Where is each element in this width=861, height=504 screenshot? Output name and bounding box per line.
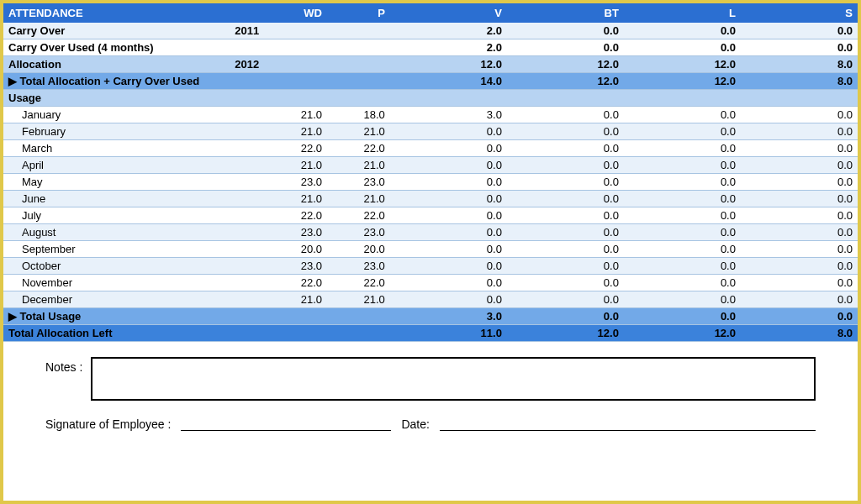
usage-header-label: Usage — [3, 90, 858, 107]
month-label: July — [3, 207, 201, 224]
cell: 12.0 — [624, 73, 741, 90]
header-bt: BT — [507, 3, 624, 23]
cell: 22.0 — [327, 275, 390, 291]
cell: 0.0 — [507, 241, 624, 258]
carry-over-row: Carry Over 2011 2.0 0.0 0.0 0.0 — [3, 23, 858, 39]
cell: 0.0 — [741, 241, 858, 258]
cell: 0.0 — [624, 241, 741, 258]
cell: 0.0 — [507, 123, 624, 140]
cell: 0.0 — [624, 275, 741, 291]
cell: 0.0 — [624, 207, 741, 224]
cell: 0.0 — [390, 191, 507, 207]
cell: 0.0 — [390, 140, 507, 157]
cell: 21.0 — [327, 191, 390, 207]
header-blank — [201, 3, 264, 23]
allocation-year: 2012 — [201, 56, 264, 73]
cell — [201, 107, 264, 123]
cell: 0.0 — [741, 174, 858, 191]
cell: 0.0 — [741, 140, 858, 157]
header-v: V — [390, 3, 507, 23]
month-label: December — [3, 291, 201, 308]
cell: 0.0 — [624, 224, 741, 241]
month-row: January21.018.03.00.00.00.0 — [3, 107, 858, 123]
signature-row: Signature of Employee : Date: — [45, 416, 816, 431]
cell: 0.0 — [507, 291, 624, 308]
signature-label: Signature of Employee : — [45, 417, 171, 431]
cell: 0.0 — [741, 39, 858, 56]
cell — [327, 56, 390, 73]
month-label: October — [3, 258, 201, 275]
cell: 12.0 — [507, 73, 624, 90]
cell: 0.0 — [507, 140, 624, 157]
month-row: March22.022.00.00.00.00.0 — [3, 140, 858, 157]
total-usage-row: ▶ Total Usage3.00.00.00.0 — [3, 308, 858, 325]
cell: 23.0 — [264, 258, 327, 275]
cell: 21.0 — [264, 157, 327, 174]
allocation-row: Allocation 2012 12.0 12.0 12.0 8.0 — [3, 56, 858, 73]
cell: 0.0 — [507, 107, 624, 123]
cell: 0.0 — [507, 207, 624, 224]
month-row: May23.023.00.00.00.00.0 — [3, 174, 858, 191]
cell: 0.0 — [741, 23, 858, 39]
cell: 21.0 — [327, 157, 390, 174]
cell: 12.0 — [624, 56, 741, 73]
month-label: November — [3, 275, 201, 291]
cell — [327, 39, 390, 56]
carry-over-used-label: Carry Over Used (4 months) — [3, 39, 264, 56]
cell: 0.0 — [741, 123, 858, 140]
month-label: June — [3, 191, 201, 207]
cell: 18.0 — [327, 107, 390, 123]
cell — [264, 56, 327, 73]
month-row: February21.021.00.00.00.00.0 — [3, 123, 858, 140]
total-allocation-label: ▶ Total Allocation + Carry Over Used — [3, 73, 390, 90]
cell: 2.0 — [390, 39, 507, 56]
cell — [264, 23, 327, 39]
cell — [327, 23, 390, 39]
cell: 0.0 — [390, 123, 507, 140]
usage-header-row: Usage — [3, 90, 858, 107]
cell: 0.0 — [741, 224, 858, 241]
cell — [201, 291, 264, 308]
cell — [201, 191, 264, 207]
month-row: July22.022.00.00.00.00.0 — [3, 207, 858, 224]
carry-over-label: Carry Over — [3, 23, 201, 39]
signature-line[interactable] — [181, 416, 391, 431]
header-row: ATTENDANCE WD P V BT L S — [3, 3, 858, 23]
cell: 3.0 — [390, 308, 507, 325]
cell: 0.0 — [741, 308, 858, 325]
document-frame: ATTENDANCE WD P V BT L S Carry Over 2011… — [0, 0, 861, 504]
attendance-table: ATTENDANCE WD P V BT L S Carry Over 2011… — [3, 3, 858, 342]
cell: 14.0 — [390, 73, 507, 90]
cell: 0.0 — [741, 258, 858, 275]
header-s: S — [741, 3, 858, 23]
cell: 0.0 — [507, 39, 624, 56]
total-left-row: Total Allocation Left11.012.012.08.0 — [3, 325, 858, 342]
month-label: May — [3, 174, 201, 191]
cell: 0.0 — [741, 207, 858, 224]
cell — [201, 207, 264, 224]
cell: 0.0 — [741, 291, 858, 308]
cell: 23.0 — [327, 224, 390, 241]
cell: 0.0 — [390, 291, 507, 308]
month-label: March — [3, 140, 201, 157]
total-left-label: Total Allocation Left — [3, 325, 390, 342]
cell: 0.0 — [624, 258, 741, 275]
cell: 0.0 — [624, 174, 741, 191]
header-p: P — [327, 3, 390, 23]
cell: 3.0 — [390, 107, 507, 123]
month-row: October23.023.00.00.00.00.0 — [3, 258, 858, 275]
cell: 0.0 — [390, 207, 507, 224]
date-line[interactable] — [440, 416, 816, 431]
cell: 21.0 — [264, 123, 327, 140]
cell: 20.0 — [264, 241, 327, 258]
cell: 0.0 — [507, 224, 624, 241]
cell: 0.0 — [390, 241, 507, 258]
cell: 0.0 — [624, 291, 741, 308]
notes-box[interactable] — [91, 357, 816, 401]
month-row: November22.022.00.00.00.00.0 — [3, 275, 858, 291]
cell: 0.0 — [507, 23, 624, 39]
month-row: August23.023.00.00.00.00.0 — [3, 224, 858, 241]
cell: 8.0 — [741, 325, 858, 342]
cell: 21.0 — [327, 123, 390, 140]
cell: 0.0 — [507, 275, 624, 291]
